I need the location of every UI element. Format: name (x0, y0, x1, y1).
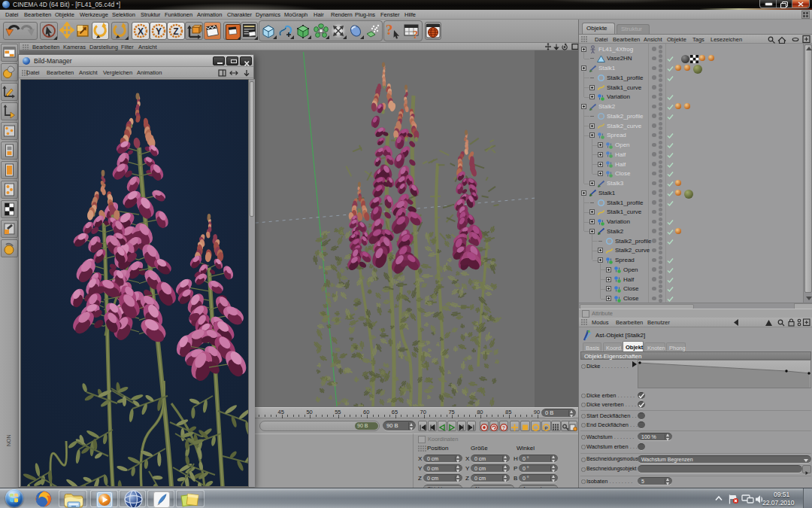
svg-text:P: P (544, 426, 547, 430)
svg-text:?: ? (386, 22, 393, 38)
svg-text:Z: Z (173, 26, 178, 37)
svg-text:X: X (138, 26, 144, 37)
svg-text:?: ? (413, 29, 418, 40)
svg-text:Y: Y (155, 26, 161, 37)
svg-text:?: ? (502, 425, 505, 430)
